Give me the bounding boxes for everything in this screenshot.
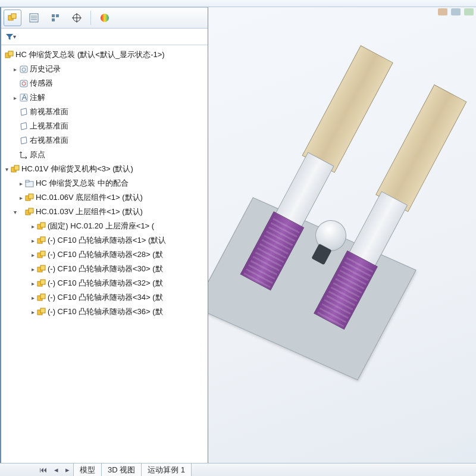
graphics-viewport[interactable]: X Y Z [208, 7, 476, 469]
origin-icon [19, 150, 29, 159]
svg-rect-42 [40, 308, 45, 313]
assembly-icon [25, 207, 35, 217]
node-label: (-) CF10 凸轮轴承随动器<28> (默 [48, 249, 163, 260]
view-tool-icon[interactable] [464, 8, 474, 15]
part-node[interactable]: ▸(-) CF10 凸轮轴承随动器<36> (默 [1, 305, 208, 319]
appearance-icon [99, 12, 110, 23]
svg-rect-26 [29, 194, 33, 199]
part-node[interactable]: ▸(-) CF10 凸轮轴承随动器<30> (默 [1, 262, 208, 276]
feature-tree[interactable]: HC 伸缩货叉总装 (默认<默认_显示状态-1>) ▸历史记录 传感器 ▸A注解… [1, 45, 208, 469]
panel-tab-strip [1, 7, 208, 29]
view-tool-icon[interactable] [438, 8, 447, 15]
part-node[interactable]: ▸(-) CF10 凸轮轴承随动器<32> (默 [1, 276, 208, 290]
svg-rect-22 [14, 165, 19, 170]
plane-icon [19, 107, 29, 117]
svg-rect-34 [40, 251, 45, 256]
part-icon [37, 278, 46, 288]
part-node[interactable]: ▸(-) CF10 凸轮轴承随动器<28> (默 [1, 248, 208, 262]
part-icon [37, 236, 46, 245]
configuration-tab[interactable] [46, 10, 64, 26]
svg-rect-6 [52, 14, 55, 17]
node-label: (-) CF10 凸轮轴承随动器<34> (默 [48, 292, 163, 303]
property-manager-tab[interactable] [25, 10, 43, 26]
sensor-icon [19, 79, 29, 88]
svg-rect-38 [40, 280, 45, 284]
annotations-node[interactable]: ▸A注解 [1, 90, 208, 105]
node-label: HC 伸缩货叉总装 (默认<默认_显示状态-1>) [15, 49, 165, 60]
annotation-icon: A [19, 93, 29, 102]
node-label: (-) CF10 凸轮轴承随动器<1> (默认 [48, 235, 166, 246]
base-component-node[interactable]: ▸HC.01.06V 底层组件<1> (默认) [1, 190, 208, 205]
top-plane-node[interactable]: 上视基准面 [1, 119, 208, 133]
svg-rect-30 [40, 223, 45, 227]
config-icon [50, 12, 61, 23]
right-plane-node[interactable]: 右视基准面 [1, 133, 208, 148]
svg-rect-14 [8, 51, 13, 56]
tab-scroll-left-icon[interactable]: ◂ [51, 465, 62, 474]
part-node[interactable]: ▸(-) CF10 凸轮轴承随动器<34> (默 [1, 290, 208, 305]
history-node[interactable]: ▸历史记录 [1, 62, 208, 76]
node-label: (-) CF10 凸轮轴承随动器<32> (默 [48, 278, 163, 289]
feature-tree-tab[interactable] [4, 10, 21, 26]
plane-icon [19, 121, 29, 131]
node-label: (固定) HC.01.20 上层滑座<1> ( [48, 221, 154, 231]
part-node[interactable]: ▸(-) CF10 凸轮轴承随动器<1> (默认 [1, 233, 208, 248]
orientation-triad[interactable]: X Y Z [472, 364, 476, 406]
plane-icon [19, 136, 29, 145]
motion-study-tab[interactable]: 运动算例 1 [141, 463, 192, 476]
part-icon [37, 293, 46, 302]
feature-manager-panel: ▾ HC 伸缩货叉总装 (默认<默认_显示状态-1>) ▸历史记录 传感器 ▸A… [0, 7, 208, 469]
svg-rect-7 [56, 14, 59, 17]
sensors-node[interactable]: 传感器 [1, 76, 208, 90]
svg-rect-17 [20, 80, 27, 87]
upper-component-node[interactable]: ▾HC.01.03V 上层组件<1> (默认) [1, 205, 208, 219]
part-icon [37, 264, 46, 274]
svg-rect-32 [40, 237, 45, 242]
subassembly-node[interactable]: ▾HC.01V 伸缩货叉机构<3> (默认) [1, 162, 208, 176]
tab-divider [90, 11, 91, 25]
view-tool-icon[interactable] [451, 8, 461, 15]
window-titlebar-fragment [0, 0, 476, 7]
target-icon [71, 12, 82, 23]
svg-rect-28 [29, 208, 33, 213]
viewport-heads-up-toolbar [438, 8, 474, 15]
origin-node[interactable]: 原点 [1, 148, 208, 162]
display-manager-tab[interactable] [96, 10, 114, 26]
filter-row: ▾ [1, 29, 208, 45]
assembly-icon [5, 50, 14, 60]
node-label: (-) CF10 凸轮轴承随动器<30> (默 [48, 264, 163, 274]
list-icon [29, 12, 39, 23]
svg-rect-40 [40, 294, 45, 299]
part-icon [37, 250, 46, 259]
tab-scroll-right-icon[interactable]: ▸ [62, 465, 73, 474]
svg-rect-1 [11, 14, 16, 18]
part-node[interactable]: ▸(固定) HC.01.20 上层滑座<1> ( [1, 219, 208, 233]
front-plane-node[interactable]: 前视基准面 [1, 105, 208, 119]
mates-folder-icon [25, 178, 35, 188]
svg-rect-24 [26, 180, 29, 182]
dropdown-arrow-icon[interactable]: ▾ [13, 33, 16, 40]
history-icon [19, 64, 29, 74]
svg-point-12 [101, 14, 109, 22]
model-tab[interactable]: 模型 [73, 463, 102, 476]
part-icon [37, 307, 46, 317]
cad-model[interactable] [208, 10, 476, 421]
svg-rect-8 [52, 18, 55, 21]
node-label: (-) CF10 凸轮轴承随动器<36> (默 [48, 306, 163, 317]
assembly-icon [25, 193, 35, 202]
part-icon [37, 221, 46, 231]
assembly-icon [7, 12, 18, 23]
assembly-icon [11, 164, 20, 174]
svg-text:A: A [22, 93, 27, 102]
mates-node[interactable]: ▸HC 伸缩货叉总装 中的配合 [1, 176, 208, 190]
dimxpert-tab[interactable] [68, 10, 86, 26]
3d-view-tab[interactable]: 3D 视图 [101, 463, 142, 476]
svg-rect-36 [40, 265, 45, 270]
root-assembly-node[interactable]: HC 伸缩货叉总装 (默认<默认_显示状态-1>) [1, 48, 208, 62]
bottom-tab-strip: ⏮ ◂ ▸ 模型 3D 视图 运动算例 1 [0, 463, 476, 476]
tab-prev-icon[interactable]: ⏮ [36, 465, 51, 474]
